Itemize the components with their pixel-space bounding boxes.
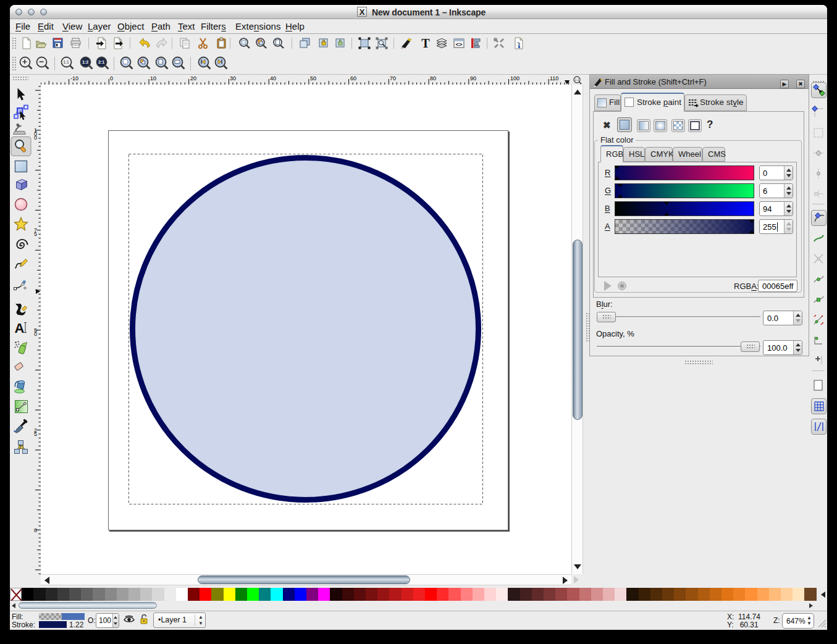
svg-text:A: A xyxy=(15,320,25,336)
svg-text:1:1: 1:1 xyxy=(575,78,579,82)
svg-text:T: T xyxy=(421,37,430,49)
svg-text:20: 20 xyxy=(190,75,196,82)
svg-text:-10: -10 xyxy=(70,75,78,82)
svg-text:30: 30 xyxy=(230,75,236,82)
svg-text:110: 110 xyxy=(550,75,558,82)
svg-text:60: 60 xyxy=(350,75,356,82)
svg-text:50: 50 xyxy=(310,75,316,82)
svg-text:10: 10 xyxy=(150,75,156,82)
svg-text:100: 100 xyxy=(510,75,519,82)
svg-text:<>: <> xyxy=(456,41,463,48)
svg-text:0: 0 xyxy=(110,75,113,82)
svg-text:2:1: 2:1 xyxy=(98,60,104,64)
svg-text:70: 70 xyxy=(390,75,396,82)
svg-text:1:1: 1:1 xyxy=(63,60,69,64)
svg-text:40: 40 xyxy=(270,75,276,82)
svg-text:90: 90 xyxy=(470,75,476,82)
svg-text:1:2: 1:2 xyxy=(82,60,88,64)
svg-text:80: 80 xyxy=(430,75,436,82)
